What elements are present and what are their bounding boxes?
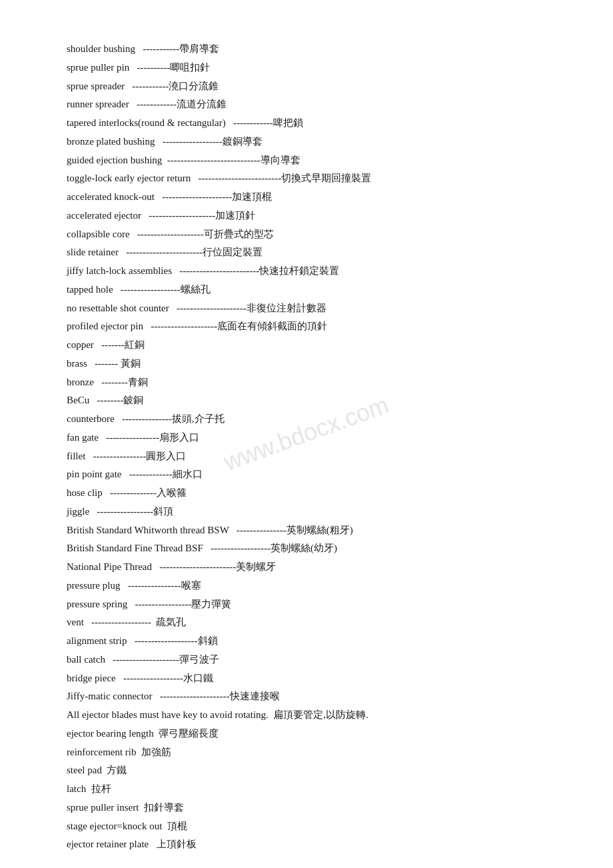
list-item: toggle-lock early ejector return -------… xyxy=(67,169,560,188)
list-item: sprue puller insert 扣針導套 xyxy=(67,799,560,817)
list-item: sprue puller pin ----------唧咀扣針 xyxy=(67,59,560,77)
list-item: bronze plated bushing ------------------… xyxy=(67,133,560,151)
list-item: reinforcement rib 加強筋 xyxy=(67,743,560,762)
list-item: stage ejector=knock out 頂棍 xyxy=(67,817,560,836)
list-item: pin point gate -------------細水口 xyxy=(67,465,560,484)
list-item: latch 拉杆 xyxy=(67,780,560,799)
list-item: shoulder bushing -----------帶肩導套 xyxy=(67,40,560,59)
list-item: fillet ----------------圓形入口 xyxy=(67,447,560,466)
list-item: British Standard Fine Thread BSF -------… xyxy=(67,539,560,558)
list-item: jiggle -----------------斜頂 xyxy=(67,503,560,521)
list-item: accelerated ejector --------------------… xyxy=(67,207,560,225)
list-item: accelerated knock-out ------------------… xyxy=(67,188,560,207)
list-item: ejector retainer plate 上頂針板 xyxy=(67,835,560,854)
list-item: no resettable shot counter -------------… xyxy=(67,299,560,318)
list-item: BeCu --------鈹銅 xyxy=(67,391,560,410)
list-item: British Standard Whitworth thread BSW --… xyxy=(67,521,560,540)
list-item: collapsible core --------------------可折疊… xyxy=(67,225,560,244)
list-item: counterbore ---------------拔頭,介子托 xyxy=(67,410,560,429)
list-item: profiled ejector pin -------------------… xyxy=(67,317,560,336)
list-item: pressure plug ----------------喉塞 xyxy=(67,577,560,595)
list-item: ejector bearing length 彈弓壓縮長度 xyxy=(67,725,560,743)
list-item: ball catch --------------------彈弓波子 xyxy=(67,651,560,669)
list-item: steel pad 方鐵 xyxy=(67,761,560,780)
list-item: alignment strip -------------------斜鎖 xyxy=(67,632,560,651)
list-item: bronze --------青銅 xyxy=(67,373,560,392)
list-item: vent ------------------ 疏気孔 xyxy=(67,613,560,632)
list-item: guided ejection bushing ----------------… xyxy=(67,151,560,170)
list-item: tapered interlocks(round & rectangular) … xyxy=(67,114,560,133)
list-item: copper -------紅銅 xyxy=(67,336,560,355)
list-item: National Pipe Thread -------------------… xyxy=(67,558,560,577)
list-item: Jiffy-matic connector ------------------… xyxy=(67,687,560,706)
list-item: jiffy latch-lock assemblies ------------… xyxy=(67,262,560,281)
list-item: bridge piece ------------------水口鐵 xyxy=(67,669,560,688)
list-item: runner spreader ------------流道分流錐 xyxy=(67,95,560,114)
list-item: hose clip --------------入喉箍 xyxy=(67,484,560,503)
list-item: brass ------- 黃銅 xyxy=(67,355,560,373)
list-item: All ejector blades must have key to avoi… xyxy=(67,706,560,725)
list-item: pressure spring -----------------壓力彈簧 xyxy=(67,595,560,614)
list-item: sprue spreader -----------澆口分流錐 xyxy=(67,77,560,96)
glossary-list: shoulder bushing -----------帶肩導套sprue pu… xyxy=(67,40,560,854)
list-item: slide retainer -----------------------行位… xyxy=(67,243,560,262)
list-item: tapped hole ------------------螺絲孔 xyxy=(67,281,560,299)
list-item: fan gate ----------------扇形入口 xyxy=(67,429,560,447)
